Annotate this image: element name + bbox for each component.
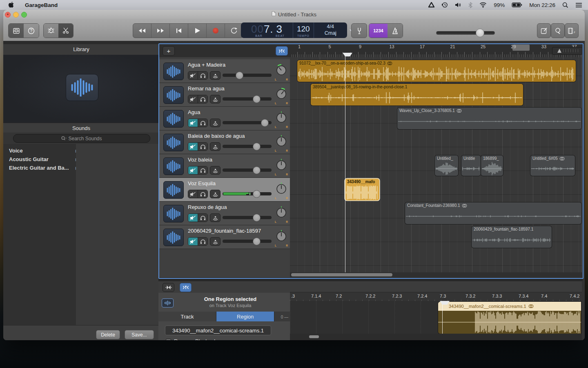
cycle-button[interactable] xyxy=(225,24,243,38)
save-button[interactable]: Save... xyxy=(125,330,154,339)
volume-thumb[interactable] xyxy=(253,238,261,245)
volume-thumb[interactable] xyxy=(253,95,261,103)
track-volume-slider[interactable] xyxy=(223,240,272,243)
region-Untitled-[interactable]: Untitled_ xyxy=(435,155,458,176)
mute-button[interactable] xyxy=(188,238,198,245)
mute-button[interactable] xyxy=(188,119,198,127)
pan-knob-wrap[interactable]: LR xyxy=(274,206,288,224)
mute-button[interactable] xyxy=(188,72,198,79)
sidebar-item-acoustic-guitar[interactable]: Acoustic Guitar▶ xyxy=(3,155,82,164)
track-volume-slider[interactable] xyxy=(223,74,272,77)
input-monitor-button[interactable] xyxy=(210,190,220,198)
volume-thumb[interactable] xyxy=(253,143,261,150)
input-monitor-button[interactable] xyxy=(210,71,220,80)
pan-knob[interactable] xyxy=(274,158,288,172)
mute-button[interactable] xyxy=(188,143,198,150)
region-389504-juanlopz08-16-rowing-in[interactable]: 389504__juanlopz08_16-rowing-in-the-pond… xyxy=(311,84,523,105)
region-20060429-fountain-flac-18597-1[interactable]: 20060429_fountain_flac-18597.1 xyxy=(472,226,552,248)
pan-knob-wrap[interactable]: LR xyxy=(274,182,288,200)
pan-knob-wrap[interactable]: LR xyxy=(274,158,288,176)
solo-button[interactable] xyxy=(198,238,207,245)
lcd-display[interactable]: 007.3 BAR BEAT 120 TEMPO 4/4 Cmaj xyxy=(241,22,347,38)
time-machine-icon[interactable] xyxy=(441,2,448,8)
volume-thumb[interactable] xyxy=(236,72,243,79)
menu-app-name[interactable]: GarageBand xyxy=(25,2,58,8)
delete-button[interactable]: Delete xyxy=(96,330,120,339)
track-header-8[interactable]: 20060429_fountain_flac-18597LR xyxy=(159,225,290,249)
solo-button[interactable] xyxy=(198,119,207,127)
input-monitor-button[interactable] xyxy=(210,166,220,175)
solo-button[interactable] xyxy=(198,143,207,150)
track-lanes[interactable]: 91072__lxx-70__on-a-wooden-ship-at-sea-0… xyxy=(290,57,582,272)
metronome-button[interactable] xyxy=(388,24,403,38)
editor-audio-icon[interactable] xyxy=(162,298,174,307)
volume-thumb[interactable] xyxy=(261,119,269,127)
input-monitor-button[interactable] xyxy=(210,237,220,246)
quick-help-button[interactable]: ? xyxy=(24,24,39,38)
editor-hscrollbar[interactable] xyxy=(290,334,582,340)
library-toggle-button[interactable] xyxy=(9,24,24,38)
pan-knob[interactable] xyxy=(274,229,288,243)
volume-thumb[interactable] xyxy=(253,166,261,174)
track-volume-slider[interactable] xyxy=(223,145,272,148)
track-header-2[interactable]: Remar na aguaLR xyxy=(159,83,290,107)
menu-clock[interactable]: Mon 22:26 xyxy=(529,2,555,8)
pan-knob[interactable] xyxy=(274,87,288,101)
bluetooth-icon[interactable] xyxy=(468,2,472,8)
track-volume-slider[interactable] xyxy=(223,168,272,172)
track-volume-slider[interactable] xyxy=(223,121,272,124)
apple-menu-icon[interactable] xyxy=(9,1,14,9)
mute-button[interactable] xyxy=(188,166,198,174)
editor-catch-button[interactable] xyxy=(180,283,192,292)
loop-browser-button[interactable] xyxy=(551,23,565,38)
tracks-hscrollbar[interactable] xyxy=(290,272,582,277)
smart-controls-button[interactable] xyxy=(44,24,58,38)
input-monitor-button[interactable] xyxy=(210,213,220,222)
track-header-7[interactable]: Repuxo de águaLR xyxy=(159,202,290,225)
input-monitor-button[interactable] xyxy=(210,95,220,103)
spotlight-icon[interactable] xyxy=(562,2,568,8)
region-91072-lxx-70-on-a-wooden-ship-[interactable]: 91072__lxx-70__on-a-wooden-ship-at-sea-0… xyxy=(297,60,576,82)
solo-button[interactable] xyxy=(198,95,207,103)
playhead-marker[interactable] xyxy=(343,53,352,60)
notification-center-icon[interactable] xyxy=(575,2,582,8)
add-track-button[interactable]: + xyxy=(163,46,175,56)
go-to-beginning-button[interactable] xyxy=(170,24,188,38)
volume-thumb[interactable] xyxy=(253,190,261,198)
pan-knob-wrap[interactable]: LR xyxy=(274,111,288,129)
editors-button[interactable] xyxy=(58,24,73,38)
drive-icon[interactable] xyxy=(428,2,434,8)
volume-icon[interactable] xyxy=(455,2,461,8)
media-browser-button[interactable]: ♪ xyxy=(565,23,579,38)
region-Untitled-6-05[interactable]: Untitled_6#05 xyxy=(530,155,575,176)
mute-button[interactable] xyxy=(188,95,198,103)
wifi-icon[interactable] xyxy=(479,2,487,8)
volume-thumb[interactable] xyxy=(253,214,261,222)
editor-hscrollbar-thumb[interactable] xyxy=(309,335,319,338)
track-header-3[interactable]: AguaLR xyxy=(159,107,290,130)
editor-playhead-marker[interactable] xyxy=(440,301,450,308)
pan-knob[interactable] xyxy=(274,206,288,220)
region-343490-mafo[interactable]: 343490__mafo xyxy=(345,179,379,200)
note-pad-button[interactable] xyxy=(537,23,551,38)
rewind-button[interactable] xyxy=(133,24,151,38)
pan-knob-wrap[interactable]: LR xyxy=(274,63,288,81)
horizontal-zoom-slider[interactable] xyxy=(552,47,582,55)
region-Waves-Up-Close-3-376805-1[interactable]: Waves_Up_Close_3-376805.1 xyxy=(397,108,581,129)
track-header-1[interactable]: Agua + MadeiraLR xyxy=(159,59,290,83)
input-monitor-button[interactable] xyxy=(210,142,220,151)
count-in-button[interactable]: 1234 xyxy=(369,24,388,38)
editor-lane[interactable]: 343490__mafon2__comical-screams.1 xyxy=(290,301,582,334)
lcd-key[interactable]: 4/4 Cmaj xyxy=(314,22,347,38)
reverse-playback-checkbox[interactable] xyxy=(166,339,171,340)
flex-button[interactable] xyxy=(163,283,174,292)
track-header-5[interactable]: Voz baleiaLR xyxy=(159,154,290,178)
solo-button[interactable] xyxy=(198,214,207,222)
region-name-field[interactable]: 343490__mafon2__comical-screams.1 xyxy=(165,325,271,335)
zoom-slider-thumb[interactable] xyxy=(557,49,561,53)
input-monitor-button[interactable] xyxy=(210,119,220,127)
track-header-6[interactable]: Voz EsquilaLR xyxy=(159,178,290,202)
tab-region[interactable]: Region xyxy=(216,312,274,321)
track-volume-slider[interactable] xyxy=(223,97,272,101)
solo-button[interactable] xyxy=(198,190,207,198)
